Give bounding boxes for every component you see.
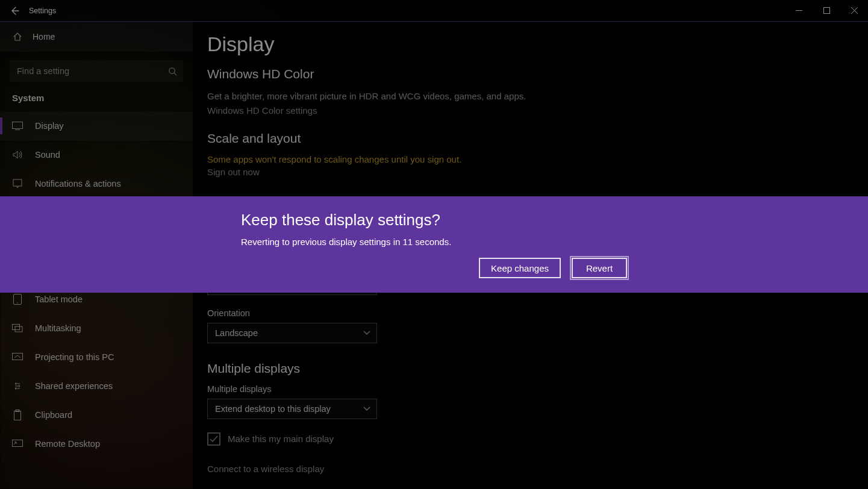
sidebar-item-clipboard[interactable]: Clipboard: [0, 400, 193, 429]
home-label: Home: [33, 32, 55, 42]
sidebar-item-label: Projecting to this PC: [35, 352, 114, 362]
projecting-icon: [12, 352, 23, 363]
back-button[interactable]: [0, 0, 29, 22]
section-label: System: [0, 93, 193, 111]
chevron-down-icon: [363, 406, 370, 411]
hd-color-description: Get a brighter, more vibrant picture in …: [207, 90, 545, 103]
sidebar-item-label: Clipboard: [35, 410, 72, 420]
page-title: Display: [207, 33, 868, 56]
display-icon: [12, 120, 23, 131]
remote-icon: [12, 438, 23, 449]
window-controls: [785, 1, 868, 20]
orientation-value: Landscape: [215, 328, 258, 338]
search-icon: [168, 67, 177, 76]
sidebar-item-notifications[interactable]: Notifications & actions: [0, 169, 193, 198]
close-icon: [851, 7, 858, 14]
sidebar-item-label: Remote Desktop: [35, 439, 100, 449]
window-title: Settings: [29, 7, 56, 15]
home-icon: [12, 31, 23, 42]
multiple-displays-label: Multiple displays: [207, 384, 868, 394]
svg-rect-10: [15, 326, 22, 332]
sidebar-item-multitasking[interactable]: Multitasking: [0, 314, 193, 343]
svg-rect-14: [13, 440, 23, 447]
scale-warning: Some apps won't respond to scaling chang…: [207, 154, 868, 164]
svg-rect-12: [14, 411, 21, 420]
sidebar-item-projecting[interactable]: Projecting to this PC: [0, 343, 193, 372]
dialog-message: Reverting to previous display settings i…: [241, 237, 628, 247]
orientation-label: Orientation: [207, 308, 868, 318]
checkbox-icon: [207, 432, 220, 446]
dialog-title: Keep these display settings?: [241, 211, 628, 229]
svg-rect-3: [13, 179, 22, 186]
sign-out-link[interactable]: Sign out now: [207, 167, 868, 177]
maximize-button[interactable]: [813, 1, 840, 20]
search-box[interactable]: [10, 60, 183, 82]
revert-button[interactable]: Revert: [572, 258, 627, 278]
multitasking-icon: [12, 323, 23, 334]
minimize-icon: [796, 7, 802, 14]
tablet-icon: [12, 294, 23, 305]
scale-heading: Scale and layout: [207, 131, 868, 146]
svg-point-1: [169, 67, 175, 73]
shared-icon: [12, 381, 23, 391]
make-main-display-label: Make this my main display: [228, 434, 334, 444]
search-input[interactable]: [17, 66, 168, 76]
svg-rect-11: [13, 354, 23, 360]
svg-rect-9: [13, 325, 20, 330]
sidebar-item-shared[interactable]: Shared experiences: [0, 372, 193, 400]
sidebar-item-label: Display: [35, 121, 64, 131]
display-settings-dialog: Keep these display settings? Reverting t…: [0, 196, 868, 293]
notifications-icon: [12, 178, 23, 189]
clipboard-icon: [12, 410, 23, 420]
close-button[interactable]: [840, 1, 868, 20]
sidebar-item-label: Sound: [35, 150, 60, 160]
svg-point-8: [17, 302, 18, 304]
svg-rect-2: [13, 122, 23, 129]
sidebar-item-sound[interactable]: Sound: [0, 140, 193, 169]
hd-color-heading: Windows HD Color: [207, 67, 868, 81]
svg-rect-0: [823, 8, 829, 14]
make-main-display-checkbox-row[interactable]: Make this my main display: [207, 432, 868, 446]
sound-icon: [12, 149, 23, 160]
chevron-down-icon: [363, 331, 370, 335]
multiple-displays-combobox[interactable]: Extend desktop to this display: [207, 399, 377, 419]
back-arrow-icon: [10, 6, 19, 16]
keep-changes-button[interactable]: Keep changes: [479, 258, 561, 278]
multiple-displays-heading: Multiple displays: [207, 361, 868, 376]
sidebar-item-remote[interactable]: Remote Desktop: [0, 429, 193, 458]
connect-wireless-link[interactable]: Connect to a wireless display: [207, 464, 868, 474]
sidebar-item-display[interactable]: Display: [0, 111, 193, 140]
home-button[interactable]: Home: [0, 22, 193, 52]
titlebar: Settings: [0, 0, 868, 22]
sidebar-item-label: Notifications & actions: [35, 179, 121, 188]
sidebar-item-label: Tablet mode: [35, 294, 83, 304]
multiple-displays-value: Extend desktop to this display: [215, 404, 331, 414]
minimize-button[interactable]: [785, 1, 813, 20]
sidebar-item-label: Multitasking: [35, 323, 81, 333]
maximize-icon: [823, 7, 830, 14]
sidebar-item-label: Shared experiences: [35, 381, 113, 391]
orientation-combobox[interactable]: Landscape: [207, 323, 377, 343]
hd-color-settings-link[interactable]: Windows HD Color settings: [207, 105, 868, 116]
